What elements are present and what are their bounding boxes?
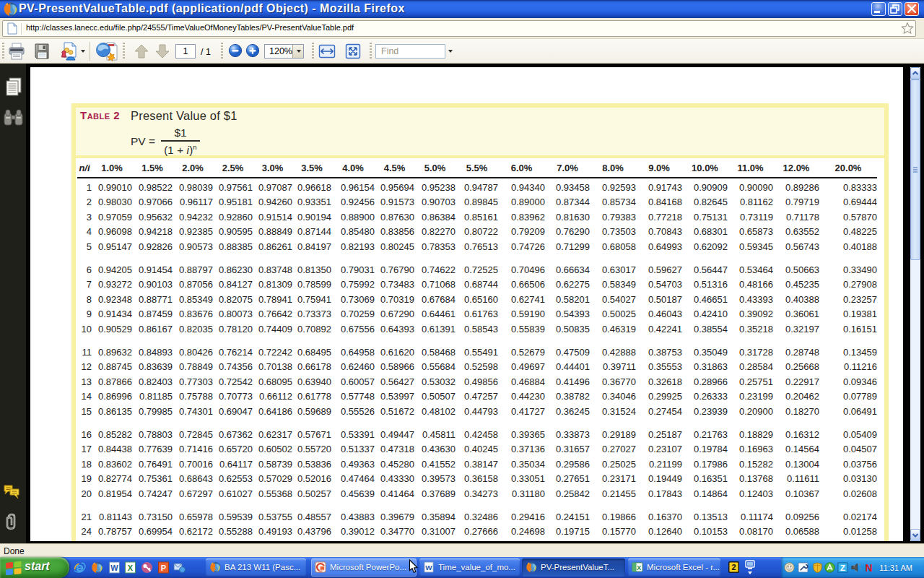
svg-text:N: N <box>865 562 872 573</box>
svg-text:X: X <box>637 564 641 571</box>
svg-text:X: X <box>128 564 134 572</box>
svg-text:Z: Z <box>840 564 845 572</box>
svg-text:P: P <box>161 564 166 572</box>
svg-text:W: W <box>110 564 118 572</box>
svg-text:W: W <box>425 564 432 571</box>
svg-text:2: 2 <box>731 563 736 571</box>
